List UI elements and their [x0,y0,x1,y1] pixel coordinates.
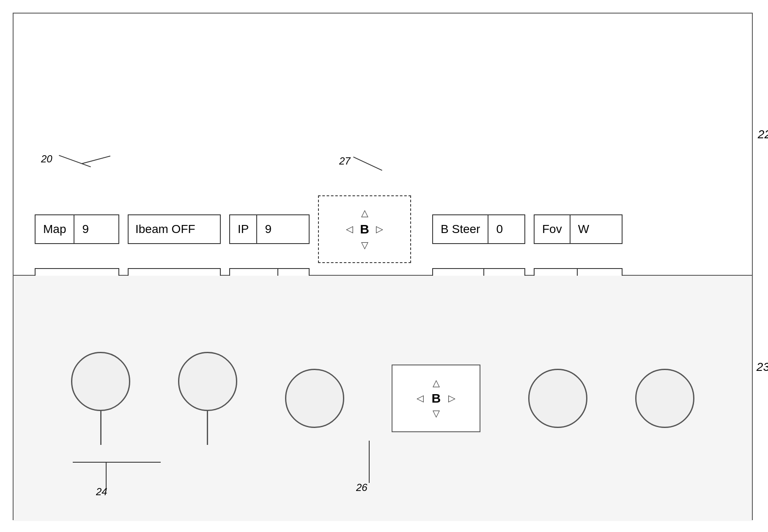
bsteer-control[interactable]: B Steer 0 [432,214,525,244]
annotation-stem-24 [106,463,107,488]
outer-border: 20 27 Map 9 Ibeam OFF I [13,13,753,520]
nav-b-label: B [360,222,369,236]
nav-right-arrow[interactable]: ▷ [376,224,383,235]
knob-3[interactable] [285,369,344,428]
nav-bottom-b-label: B [431,391,441,406]
label-27: 27 [339,155,351,167]
annotation-line-26 [369,441,370,483]
nav-bottom-left-arrow[interactable]: ◁ [417,393,424,404]
bsteer-value: 0 [488,215,510,243]
knob-4[interactable] [528,369,587,428]
annotation-line-27 [353,156,382,171]
map-control[interactable]: Map 9 [35,214,119,244]
annotation-line-20b [82,156,110,164]
map-value: 9 [74,215,96,243]
ibeam-control[interactable]: Ibeam OFF [128,214,221,244]
top-panel: 20 27 Map 9 Ibeam OFF I [14,14,752,276]
controls-row-1: Map 9 Ibeam OFF IP 9 △ ◁ B [35,195,737,263]
knob-2-container [178,352,237,445]
nav-left-arrow[interactable]: ◁ [346,224,353,235]
bottom-panel: △ ◁ B ▷ ▽ 24 26 23 [14,276,752,521]
nav-control-bottom[interactable]: △ ◁ B ▷ ▽ [392,365,480,432]
knob-1[interactable] [71,352,130,411]
label-26: 26 [356,482,368,494]
annotation-line-24b [106,462,161,463]
bsteer-label: B Steer [433,215,488,243]
ip-label: IP [230,215,257,243]
nav-up-arrow[interactable]: △ [361,208,368,219]
knob-1-stem [100,411,101,445]
fov-value: W [571,215,597,243]
knob-2-stem [207,411,208,445]
fov-label: Fov [535,215,571,243]
nav-bottom-up-arrow[interactable]: △ [433,378,440,389]
nav-bottom-down-arrow[interactable]: ▽ [433,408,440,419]
label-23: 23 [757,360,768,374]
knob-2[interactable] [178,352,237,411]
ip-value: 9 [257,215,279,243]
fov-control[interactable]: Fov W [534,214,623,244]
ip-control[interactable]: IP 9 [229,214,310,244]
label-22: 22 [758,128,768,141]
nav-bottom-right-arrow[interactable]: ▷ [448,393,455,404]
annotation-line-24a [73,462,107,463]
knobs-area: △ ◁ B ▷ ▽ [14,297,752,500]
knob-5[interactable] [635,369,694,428]
map-label: Map [36,215,74,243]
nav-control-top[interactable]: △ ◁ B ▷ ▽ [318,195,411,263]
ibeam-label: Ibeam OFF [135,222,195,236]
nav-down-arrow[interactable]: ▽ [361,240,368,251]
annotation-line-20a [59,155,91,167]
label-20: 20 [41,153,52,165]
knob-1-container [71,352,130,445]
